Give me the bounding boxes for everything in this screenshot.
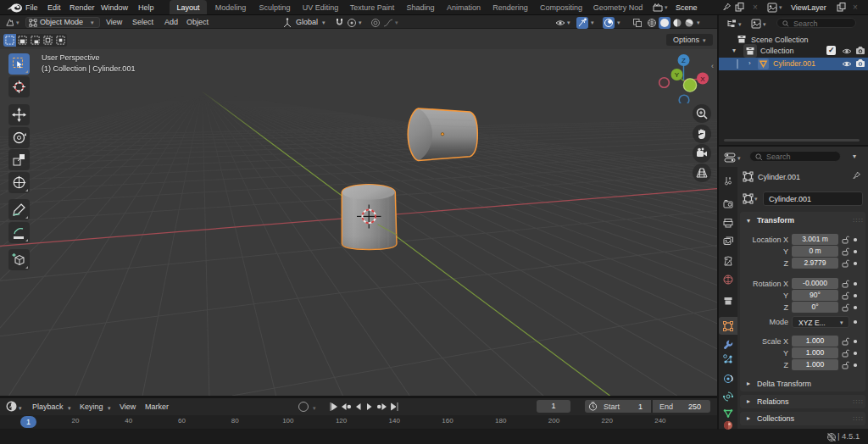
svg-text:X: X: [700, 75, 705, 83]
svg-text:Z: Z: [682, 57, 686, 64]
svg-text:Y: Y: [675, 71, 680, 79]
